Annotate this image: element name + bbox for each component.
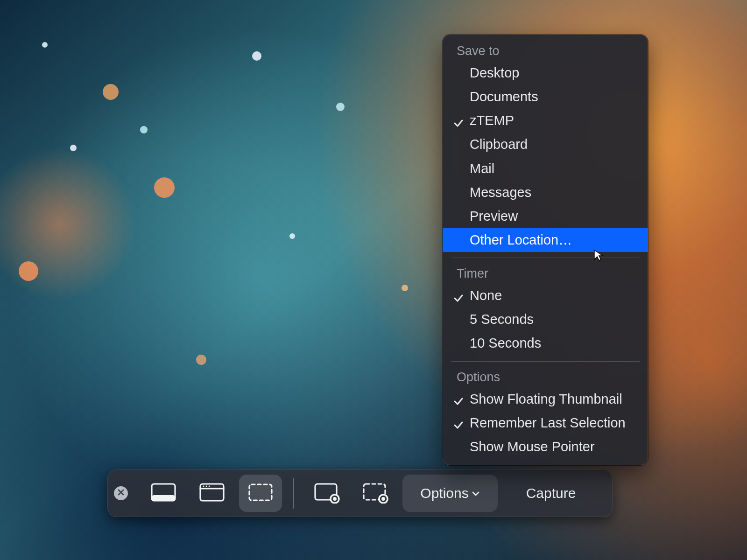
record-screen-icon [313, 481, 340, 505]
capture-button[interactable]: Capture [503, 475, 599, 512]
menu-item-other-location[interactable]: Other Location… [443, 228, 648, 252]
menu-item-label: Show Mouse Pointer [470, 439, 595, 454]
check-icon [453, 115, 464, 126]
check-icon [453, 393, 464, 405]
svg-point-15 [381, 497, 385, 501]
menu-item-label: Other Location… [470, 232, 572, 247]
menu-item-remember-last-selection[interactable]: Remember Last Selection [443, 411, 648, 435]
menu-section-header-timer: Timer [443, 264, 648, 284]
svg-point-6 [209, 486, 210, 487]
close-button[interactable] [114, 486, 128, 500]
menu-item-label: Desktop [470, 65, 519, 80]
desktop-wallpaper: Options Capture Save to Desktop Document… [0, 0, 747, 560]
record-entire-screen-button[interactable] [305, 475, 348, 512]
menu-item-clipboard[interactable]: Clipboard [443, 133, 648, 156]
menu-item-documents[interactable]: Documents [443, 85, 648, 109]
capture-button-label: Capture [526, 485, 576, 501]
menu-item-label: Mail [470, 161, 494, 176]
menu-item-messages[interactable]: Messages [443, 181, 648, 204]
selection-icon [247, 481, 274, 505]
menu-item-show-floating-thumbnail[interactable]: Show Floating Thumbnail [443, 387, 648, 411]
screenshot-toolbar: Options Capture [107, 469, 613, 517]
check-icon [453, 290, 464, 301]
menu-item-ztemp[interactable]: zTEMP [443, 109, 648, 133]
menu-item-label: Documents [470, 89, 538, 104]
menu-item-label: Clipboard [470, 137, 528, 152]
chevron-down-icon [472, 485, 480, 501]
menu-separator [451, 258, 640, 258]
close-icon [118, 489, 124, 497]
menu-item-label: Show Floating Thumbnail [470, 392, 622, 406]
capture-selected-portion-button[interactable] [239, 475, 282, 512]
menu-item-label: Preview [470, 209, 518, 224]
menu-item-timer-10s[interactable]: 10 Seconds [443, 331, 648, 355]
screen-icon [150, 481, 177, 505]
menu-item-timer-5s[interactable]: 5 Seconds [443, 308, 648, 331]
svg-point-5 [206, 486, 207, 487]
menu-item-timer-none[interactable]: None [443, 284, 648, 308]
options-menu: Save to Desktop Documents zTEMP Clipboar… [443, 35, 648, 465]
svg-rect-7 [249, 484, 272, 500]
svg-point-11 [333, 497, 337, 501]
record-selection-icon [362, 481, 389, 505]
svg-point-4 [203, 486, 204, 487]
menu-item-label: Remember Last Selection [470, 415, 626, 430]
check-icon [453, 417, 464, 428]
menu-item-mail[interactable]: Mail [443, 157, 648, 181]
capture-entire-screen-button[interactable] [142, 475, 185, 512]
menu-section-header-options: Options [443, 367, 648, 387]
svg-rect-1 [152, 495, 175, 501]
menu-item-label: None [470, 288, 502, 303]
menu-item-desktop[interactable]: Desktop [443, 61, 648, 85]
capture-selected-window-button[interactable] [190, 475, 233, 512]
toolbar-separator [293, 478, 294, 509]
record-selected-portion-button[interactable] [354, 475, 397, 512]
options-button-label: Options [420, 485, 468, 501]
menu-item-label: zTEMP [470, 113, 514, 128]
options-button[interactable]: Options [402, 475, 498, 512]
menu-item-label: Messages [470, 185, 531, 200]
menu-item-preview[interactable]: Preview [443, 204, 648, 228]
menu-section-header-save-to: Save to [443, 41, 648, 61]
menu-item-show-mouse-pointer[interactable]: Show Mouse Pointer [443, 435, 648, 459]
window-icon [198, 481, 226, 505]
menu-item-label: 5 Seconds [470, 312, 534, 327]
menu-separator [451, 361, 640, 362]
menu-item-label: 10 Seconds [470, 336, 541, 350]
